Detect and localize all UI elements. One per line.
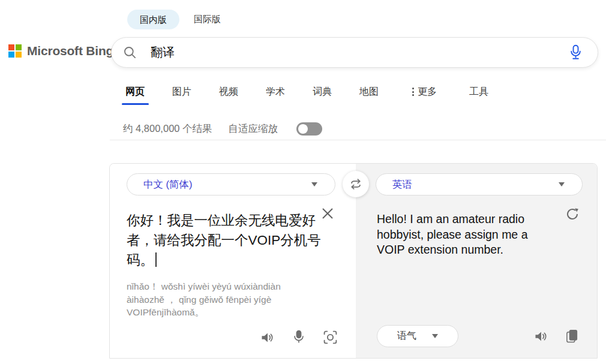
- search-icon: [123, 46, 137, 59]
- results-divider: [110, 140, 606, 140]
- tab-videos[interactable]: 视频: [219, 86, 238, 98]
- tab-maps[interactable]: 地图: [359, 86, 379, 98]
- search-input[interactable]: 翻译: [111, 37, 598, 68]
- tab-web[interactable]: 网页: [125, 86, 145, 98]
- adaptive-zoom-label: 自适应缩放: [229, 122, 278, 136]
- search-vertical-tabs: 网页 图片 视频 学术 词典 地图 更多 工具: [125, 84, 488, 100]
- clear-text-button[interactable]: [321, 207, 334, 220]
- adaptive-zoom-toggle[interactable]: [296, 122, 322, 136]
- dictate-microphone-icon[interactable]: [293, 330, 304, 345]
- translated-text: Hello! I am an amateur radio hobbyist, p…: [377, 212, 558, 258]
- tab-more[interactable]: 更多: [412, 86, 437, 98]
- more-ellipsis-icon: [412, 88, 414, 96]
- microsoft-logo-icon: [8, 44, 22, 58]
- target-language-label: 英语: [392, 178, 412, 191]
- source-panel: 中文 (简体) 你好！我是一位业余无线电爱好者，请给我分配一个VOIP分机号码。…: [110, 164, 356, 358]
- results-bar: 约 4,800,000 个结果 自适应缩放: [123, 121, 322, 137]
- target-language-dropdown[interactable]: 英语: [376, 173, 583, 195]
- swap-languages-button[interactable]: [343, 171, 369, 197]
- chevron-down-icon: [559, 182, 565, 186]
- pinyin-text: nǐhǎo！ wǒshì yíwèi yèyú wúxiàndiàn àihào…: [127, 280, 310, 319]
- tab-international-version[interactable]: 国际版: [194, 14, 221, 25]
- tab-academic[interactable]: 学术: [266, 86, 285, 98]
- target-actions: 语气: [377, 325, 579, 347]
- toggle-knob: [298, 124, 308, 134]
- speak-target-icon[interactable]: [533, 329, 548, 344]
- search-query-text: 翻译: [151, 44, 175, 61]
- active-tab-underline: [122, 103, 149, 105]
- version-tabs: 国内版 国际版: [127, 10, 221, 29]
- chevron-down-icon: [432, 334, 438, 338]
- image-translate-camera-icon[interactable]: [323, 330, 338, 345]
- tone-label: 语气: [397, 330, 416, 342]
- speak-source-icon[interactable]: [260, 330, 275, 345]
- logo-text: Microsoft Bing: [27, 44, 113, 58]
- translator-card: 中文 (简体) 你好！我是一位业余无线电爱好者，请给我分配一个VOIP分机号码。…: [109, 163, 598, 359]
- tab-tools[interactable]: 工具: [469, 86, 488, 98]
- tab-domestic-version[interactable]: 国内版: [127, 10, 179, 29]
- text-cursor: [155, 252, 157, 267]
- target-panel: 英语 Hello! I am an amateur radio hobbyist…: [356, 164, 597, 358]
- voice-search-icon[interactable]: [570, 44, 581, 61]
- bing-logo[interactable]: Microsoft Bing: [8, 44, 113, 58]
- source-actions: [260, 330, 338, 345]
- refresh-translation-button[interactable]: [565, 207, 580, 221]
- target-icon-row: [533, 329, 579, 344]
- copy-translation-icon[interactable]: [565, 329, 579, 344]
- more-label: 更多: [418, 86, 437, 98]
- tab-dictionary[interactable]: 词典: [313, 86, 332, 98]
- results-count: 约 4,800,000 个结果: [123, 122, 212, 136]
- source-language-label: 中文 (简体): [143, 178, 193, 191]
- source-language-dropdown[interactable]: 中文 (简体): [127, 173, 335, 195]
- tone-dropdown[interactable]: 语气: [377, 325, 458, 347]
- chevron-down-icon: [311, 182, 317, 186]
- tab-images[interactable]: 图片: [172, 86, 191, 98]
- bing-search-page: 国内版 国际版 Microsoft Bing 翻译 网页 图片 视频 学术 词典…: [0, 0, 606, 364]
- source-text-input[interactable]: 你好！我是一位业余无线电爱好者，请给我分配一个VOIP分机号码。: [127, 210, 321, 270]
